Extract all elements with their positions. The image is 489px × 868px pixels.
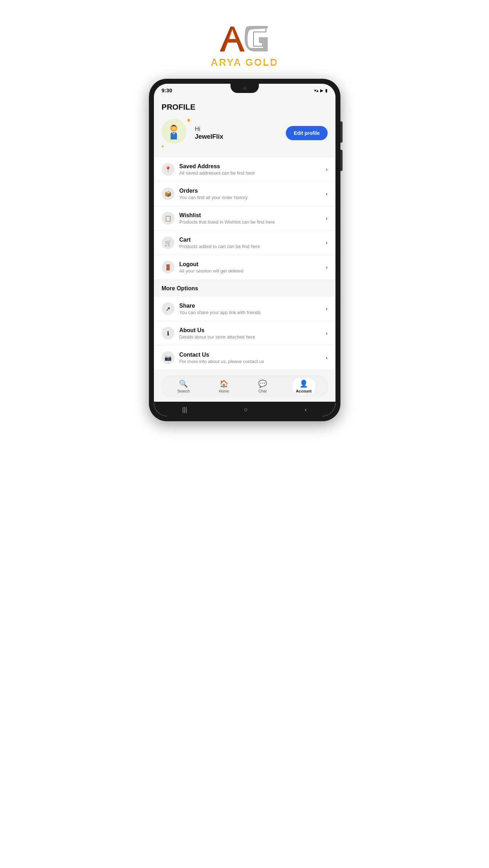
menu-text-contact: Contact Us For more info about us, pleas… [179, 352, 326, 364]
more-options-section: More Options [154, 280, 335, 297]
menu-title-about: About Us [179, 327, 326, 334]
nav-item-account[interactable]: 👤 Account [293, 378, 315, 395]
search-nav-icon: 🔍 [179, 379, 188, 388]
bottom-nav: 🔍 Search 🏠 Home 💬 Chat 👤 Account [161, 375, 328, 397]
username-text: JewelFlix [195, 133, 223, 141]
wishlist-icon: 📋 [162, 212, 174, 225]
avatar-dot-small [162, 145, 163, 147]
search-nav-label: Search [177, 389, 190, 393]
menu-desc-contact: For more info about us, please contact u… [179, 359, 326, 364]
menu-text-share: Share You can share your app link with f… [179, 303, 326, 315]
home-indicator: ||| ○ ‹ [154, 402, 335, 416]
home-nav-label: Home [219, 389, 229, 393]
menu-title-cart: Cart [179, 237, 326, 243]
menu-item-share[interactable]: ↗ Share You can share your app link with… [154, 297, 335, 321]
menu-text-cart: Cart Products added to cart can be find … [179, 237, 326, 249]
chat-nav-icon: 💬 [258, 379, 267, 388]
android-nav-menu[interactable]: ||| [182, 406, 187, 413]
avatar-svg [164, 122, 184, 141]
cart-icon: 🛒 [162, 236, 174, 249]
nav-item-chat[interactable]: 💬 Chat [255, 378, 271, 395]
menu-title-wishlist: Wishlist [179, 212, 326, 219]
account-nav-label: Account [296, 389, 312, 393]
nav-item-search[interactable]: 🔍 Search [174, 378, 193, 395]
menu-text-logout: Logout All your session will get deleted [179, 261, 326, 274]
menu-title-orders: Orders [179, 188, 326, 194]
main-menu: 📍 Saved Address All saved addresses can … [154, 157, 335, 280]
menu-title-contact: Contact Us [179, 352, 326, 358]
wifi-icon: ▾▴ [314, 88, 318, 93]
chevron-share: › [326, 306, 328, 312]
saved-address-icon: 📍 [162, 163, 174, 176]
edit-profile-button[interactable]: Edit profile [286, 126, 327, 140]
menu-title-logout: Logout [179, 261, 326, 268]
menu-desc-share: You can share your app link with friends [179, 310, 326, 315]
phone-frame: 9:30 ▾▴ ▶ ▮ PROFILE [149, 79, 340, 421]
menu-text-about: About Us Details about our store attache… [179, 327, 326, 340]
greeting-text: Hi [195, 126, 223, 132]
screen-content: PROFILE [154, 95, 335, 416]
chevron-orders: › [326, 191, 328, 197]
power-button [340, 121, 343, 143]
profile-title: PROFILE [162, 103, 328, 112]
brand-name: ARYA GOLD [211, 57, 278, 68]
menu-desc-saved-address: All saved addresses can be find here [179, 170, 326, 176]
menu-item-wishlist[interactable]: 📋 Wishlist Products that listed in Wishl… [154, 206, 335, 231]
menu-title-share: Share [179, 303, 326, 309]
chevron-logout: › [326, 264, 328, 270]
share-icon: ↗ [162, 302, 174, 315]
menu-desc-about: Details about our store attached here [179, 334, 326, 340]
menu-item-logout[interactable]: 🚪 Logout All your session will get delet… [154, 255, 335, 280]
menu-text-saved-address: Saved Address All saved addresses can be… [179, 163, 326, 176]
more-options-menu: ↗ Share You can share your app link with… [154, 297, 335, 370]
logo-area: ARYA GOLD [209, 18, 280, 68]
chat-nav-label: Chat [259, 389, 267, 393]
phone-screen: 9:30 ▾▴ ▶ ▮ PROFILE [154, 84, 335, 416]
logout-icon: 🚪 [162, 261, 174, 274]
menu-item-saved-address[interactable]: 📍 Saved Address All saved addresses can … [154, 157, 335, 182]
profile-section: PROFILE [154, 99, 335, 154]
avatar-container [162, 119, 190, 147]
menu-desc-orders: You can find all your order history [179, 195, 326, 200]
more-options-title: More Options [162, 285, 328, 292]
status-time: 9:30 [162, 87, 172, 93]
chevron-cart: › [326, 240, 328, 246]
contact-icon: 📷 [162, 351, 174, 364]
profile-name-area: Hi JewelFlix [195, 126, 223, 141]
camera-dot [243, 87, 246, 90]
chevron-wishlist: › [326, 215, 328, 221]
menu-text-wishlist: Wishlist Products that listed in Wishlis… [179, 212, 326, 225]
nav-item-home[interactable]: 🏠 Home [215, 378, 233, 395]
chevron-contact: › [326, 355, 328, 361]
account-nav-icon: 👤 [299, 379, 308, 388]
menu-desc-logout: All your session will get deleted [179, 268, 326, 274]
menu-desc-wishlist: Products that listed in Wishlist can be … [179, 219, 326, 225]
chevron-saved-address: › [326, 166, 328, 172]
notch [230, 84, 259, 93]
chevron-about: › [326, 330, 328, 336]
logo-svg [209, 18, 280, 60]
menu-item-about[interactable]: ℹ About Us Details about our store attac… [154, 321, 335, 346]
android-nav-home[interactable]: ○ [244, 406, 248, 413]
android-nav-back[interactable]: ‹ [305, 406, 307, 413]
about-icon: ℹ [162, 327, 174, 340]
menu-item-cart[interactable]: 🛒 Cart Products added to cart can be fin… [154, 231, 335, 255]
menu-title-saved-address: Saved Address [179, 163, 326, 170]
home-nav-icon: 🏠 [220, 379, 228, 388]
avatar [162, 119, 187, 144]
battery-icon: ▮ [325, 88, 328, 93]
avatar-dot-orange [187, 119, 190, 122]
menu-text-orders: Orders You can find all your order histo… [179, 188, 326, 200]
menu-item-contact[interactable]: 📷 Contact Us For more info about us, ple… [154, 346, 335, 370]
volume-button [340, 150, 343, 171]
menu-item-orders[interactable]: 📦 Orders You can find all your order his… [154, 182, 335, 206]
status-icons: ▾▴ ▶ ▮ [314, 88, 328, 93]
signal-icon: ▶ [320, 88, 323, 93]
orders-icon: 📦 [162, 187, 174, 200]
menu-desc-cart: Products added to cart can be find here [179, 244, 326, 249]
status-bar: 9:30 ▾▴ ▶ ▮ [154, 84, 335, 95]
profile-info: Hi JewelFlix Edit profile [162, 119, 328, 147]
